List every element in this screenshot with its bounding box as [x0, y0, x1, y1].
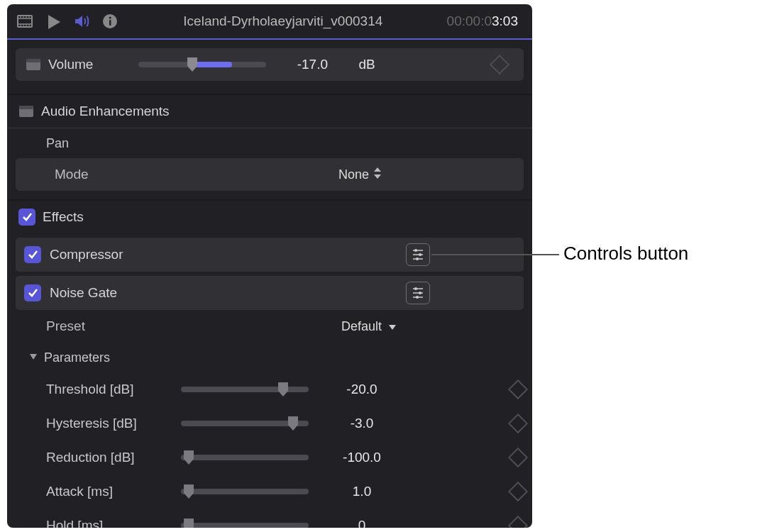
pan-header[interactable]: Pan	[7, 128, 532, 158]
keyframe-button[interactable]	[490, 55, 509, 74]
volume-label: Volume	[48, 57, 93, 72]
effects-checkbox[interactable]	[18, 209, 35, 226]
pan-mode-label: Mode	[55, 167, 89, 182]
svg-rect-0	[18, 16, 32, 27]
effect-name: Noise Gate	[50, 285, 117, 301]
effect-name: Compressor	[50, 247, 123, 262]
param-slider[interactable]	[181, 489, 309, 494]
param-slider[interactable]	[181, 387, 309, 392]
inspector-header: Iceland-Dyrholaeyjarviti_v000314 00:00:0…	[7, 4, 532, 40]
audio-tab-icon[interactable]	[72, 12, 91, 31]
section-icon	[18, 105, 34, 118]
param-row: Threshold [dB]-20.0	[7, 372, 532, 406]
param-value[interactable]: -100.0	[316, 450, 408, 465]
keyframe-button[interactable]	[508, 414, 528, 433]
keyframe-button[interactable]	[508, 482, 528, 501]
keyframe-button[interactable]	[508, 516, 528, 528]
audio-enhancements-label: Audio Enhancements	[41, 104, 170, 119]
effect-checkbox[interactable]	[24, 246, 41, 263]
param-row: Reduction [dB]-100.0	[7, 440, 532, 475]
svg-point-30	[419, 292, 421, 294]
volume-row: Volume -17.0 dB	[16, 48, 524, 81]
effects-header[interactable]: Effects	[7, 201, 532, 233]
timecode: 00:00:03:03	[447, 13, 524, 29]
up-down-icon	[373, 167, 382, 182]
param-value[interactable]: -3.0	[316, 416, 408, 431]
video-tab-icon[interactable]	[16, 12, 34, 31]
svg-point-28	[414, 287, 417, 290]
param-label: Threshold [dB]	[46, 382, 181, 397]
controls-button[interactable]	[406, 282, 430, 304]
param-label: Hold [ms]	[46, 518, 181, 528]
param-value[interactable]: 0	[316, 518, 408, 528]
param-label: Attack [ms]	[46, 484, 181, 499]
svg-point-26	[416, 257, 419, 260]
volume-value[interactable]: -17.0	[273, 57, 351, 72]
param-label: Reduction [dB]	[46, 450, 181, 465]
svg-rect-16	[26, 59, 40, 62]
svg-marker-34	[30, 354, 37, 360]
svg-marker-20	[374, 174, 381, 179]
volume-slider[interactable]	[138, 62, 266, 67]
param-row: Attack [ms]1.0	[7, 475, 532, 509]
info-tab-icon[interactable]	[101, 12, 119, 31]
callout-text: Controls button	[563, 243, 688, 265]
param-row: Hysteresis [dB]-3.0	[7, 406, 532, 440]
effect-checkbox[interactable]	[24, 284, 41, 301]
controls-button[interactable]	[406, 243, 430, 266]
effect-row-noise-gate[interactable]: Noise Gate	[16, 276, 524, 310]
svg-marker-33	[389, 325, 396, 330]
param-value[interactable]: 1.0	[316, 484, 408, 499]
param-value[interactable]: -20.0	[316, 382, 408, 397]
audio-enhancements-header[interactable]: Audio Enhancements	[7, 95, 532, 128]
clip-name: Iceland-Dyrholaeyjarviti_v000314	[119, 13, 447, 29]
audio-inspector-panel: Iceland-Dyrholaeyjarviti_v000314 00:00:0…	[7, 4, 532, 528]
svg-point-14	[109, 16, 111, 18]
preset-label: Preset	[46, 318, 85, 334]
svg-marker-19	[374, 167, 381, 172]
param-slider[interactable]	[181, 421, 309, 426]
param-slider[interactable]	[181, 455, 309, 460]
chevron-down-icon	[387, 319, 397, 334]
svg-point-32	[416, 296, 419, 299]
disclosure-triangle-icon[interactable]	[28, 350, 38, 365]
svg-rect-18	[19, 106, 33, 109]
param-row: Hold [ms]0	[7, 509, 532, 528]
preset-popup[interactable]: Default	[341, 319, 397, 334]
keyframe-button[interactable]	[508, 379, 528, 399]
callout-line	[431, 254, 559, 255]
param-label: Hysteresis [dB]	[46, 416, 181, 431]
svg-rect-13	[109, 20, 111, 26]
section-icon	[26, 58, 41, 71]
svg-point-22	[414, 249, 417, 252]
effects-label: Effects	[43, 209, 84, 225]
param-slider[interactable]	[181, 523, 309, 528]
pan-mode-popup[interactable]: None	[338, 167, 382, 182]
pan-mode-row: Mode None	[16, 158, 524, 191]
svg-point-24	[419, 253, 421, 256]
color-tab-icon[interactable]	[44, 12, 62, 31]
preset-row: Preset Default	[7, 310, 532, 343]
keyframe-button[interactable]	[508, 448, 528, 467]
volume-unit: dB	[358, 57, 387, 72]
svg-marker-11	[48, 15, 60, 29]
parameters-header[interactable]: Parameters	[7, 343, 532, 372]
